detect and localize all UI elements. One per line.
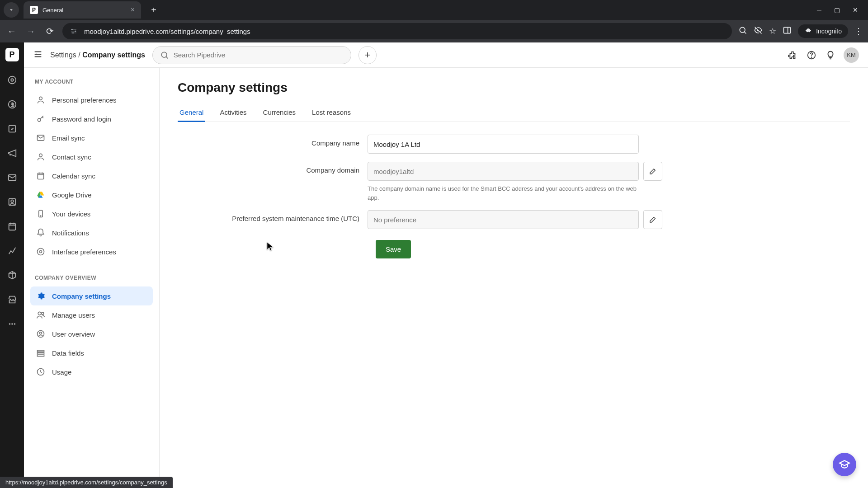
user-circle-icon bbox=[36, 329, 46, 339]
sidebar-section-company-overview: COMPANY OVERVIEW bbox=[35, 275, 148, 281]
sidebar-item-label: Google Drive bbox=[52, 191, 92, 199]
avatar[interactable]: KM bbox=[844, 47, 859, 63]
rail-insights-icon[interactable] bbox=[6, 245, 18, 257]
sidebar-toggle-icon[interactable] bbox=[33, 49, 43, 61]
fields-icon bbox=[36, 348, 46, 358]
sidebar-item-interface-preferences[interactable]: Interface preferences bbox=[30, 242, 153, 261]
rail-mail-icon[interactable] bbox=[6, 172, 18, 183]
content-area: Settings / Company settings Search Piped… bbox=[24, 42, 868, 488]
sidebar-item-contact-sync[interactable]: Contact sync bbox=[30, 147, 153, 166]
key-icon bbox=[36, 114, 46, 124]
forward-button[interactable]: → bbox=[24, 26, 37, 37]
sidebar-item-your-devices[interactable]: Your devices bbox=[30, 204, 153, 223]
app-logo[interactable]: P bbox=[5, 48, 19, 61]
address-bar[interactable]: moodjoy1altd.pipedrive.com/settings/comp… bbox=[62, 23, 732, 39]
sidebar-item-label: Email sync bbox=[52, 134, 85, 142]
incognito-badge[interactable]: Incognito bbox=[798, 24, 848, 38]
tab-close-icon[interactable]: × bbox=[131, 6, 135, 14]
usage-icon bbox=[36, 367, 46, 377]
breadcrumb: Settings / Company settings bbox=[50, 51, 145, 59]
rail-more-icon[interactable] bbox=[6, 318, 18, 330]
rail-deals-icon[interactable] bbox=[6, 99, 18, 110]
edit-maintenance-button[interactable] bbox=[643, 210, 662, 229]
pencil-icon bbox=[649, 167, 657, 175]
sidebar-item-manage-users[interactable]: Manage users bbox=[30, 305, 153, 324]
sidebar-item-label: Password and login bbox=[52, 115, 111, 123]
row-maintenance-time: Preferred system maintenance time (UTC) bbox=[178, 210, 850, 229]
minimize-button[interactable]: ─ bbox=[817, 6, 821, 14]
sidebar-item-label: Interface preferences bbox=[52, 248, 116, 256]
maximize-button[interactable]: ▢ bbox=[834, 6, 840, 14]
browser-tab-strip: P General × + ─ ▢ ✕ bbox=[0, 0, 868, 20]
rail-contacts-icon[interactable] bbox=[6, 196, 18, 208]
reload-button[interactable]: ⟳ bbox=[43, 26, 56, 37]
tab-lost-reasons[interactable]: Lost reasons bbox=[310, 104, 353, 122]
zoom-icon[interactable] bbox=[738, 26, 747, 37]
svg-point-16 bbox=[11, 323, 13, 325]
sidebar-item-password-login[interactable]: Password and login bbox=[30, 109, 153, 128]
sidebar-item-google-drive[interactable]: Google Drive bbox=[30, 185, 153, 204]
add-button[interactable]: + bbox=[359, 46, 377, 64]
settings-sidebar: MY ACCOUNT Personal preferences Password… bbox=[24, 68, 160, 488]
svg-point-3 bbox=[740, 27, 745, 33]
svg-point-21 bbox=[811, 57, 812, 57]
sidebar-item-label: Manage users bbox=[52, 311, 95, 319]
svg-rect-26 bbox=[38, 173, 43, 179]
site-settings-icon[interactable] bbox=[69, 26, 79, 36]
sidebar-item-label: Data fields bbox=[52, 349, 84, 357]
sidebar-item-user-overview[interactable]: User overview bbox=[30, 324, 153, 343]
maintenance-input bbox=[368, 210, 639, 229]
sidebar-item-personal-preferences[interactable]: Personal preferences bbox=[30, 90, 153, 109]
edit-domain-button[interactable] bbox=[643, 162, 662, 181]
company-name-input[interactable] bbox=[368, 135, 639, 154]
svg-point-30 bbox=[40, 251, 42, 253]
eye-off-icon[interactable] bbox=[754, 26, 763, 37]
svg-point-8 bbox=[11, 79, 14, 81]
sidebar-item-usage[interactable]: Usage bbox=[30, 362, 153, 381]
search-input[interactable]: Search Pipedrive bbox=[152, 46, 351, 64]
rail-calendar-icon[interactable] bbox=[6, 221, 18, 232]
save-button[interactable]: Save bbox=[376, 240, 411, 258]
tab-activities[interactable]: Activities bbox=[218, 104, 248, 122]
browser-menu-icon[interactable]: ⋮ bbox=[854, 26, 863, 36]
status-bar: https://moodjoy1altd.pipedrive.com/setti… bbox=[0, 477, 173, 488]
svg-point-15 bbox=[9, 323, 10, 325]
avatar-initials: KM bbox=[847, 52, 856, 58]
rail-marketplace-icon[interactable] bbox=[6, 294, 18, 305]
svg-rect-5 bbox=[784, 27, 791, 33]
rail-products-icon[interactable] bbox=[6, 269, 18, 281]
extensions-icon[interactable] bbox=[787, 49, 798, 61]
tab-currencies[interactable]: Currencies bbox=[261, 104, 298, 122]
bookmark-star-icon[interactable]: ☆ bbox=[769, 26, 776, 36]
svg-line-4 bbox=[745, 32, 746, 33]
sidebar-item-notifications[interactable]: Notifications bbox=[30, 223, 153, 242]
breadcrumb-root[interactable]: Settings bbox=[50, 51, 76, 59]
left-rail: P bbox=[0, 42, 24, 488]
contact-icon bbox=[36, 152, 46, 162]
incognito-label: Incognito bbox=[816, 28, 842, 35]
sidebar-item-calendar-sync[interactable]: Calendar sync bbox=[30, 166, 153, 185]
window-controls: ─ ▢ ✕ bbox=[817, 6, 864, 14]
rail-campaigns-icon[interactable] bbox=[6, 147, 18, 159]
close-window-button[interactable]: ✕ bbox=[853, 6, 858, 14]
back-button[interactable]: ← bbox=[5, 26, 18, 37]
side-panel-icon[interactable] bbox=[783, 26, 792, 37]
sidebar-item-email-sync[interactable]: Email sync bbox=[30, 128, 153, 147]
maintenance-label: Preferred system maintenance time (UTC) bbox=[178, 210, 368, 222]
rail-projects-icon[interactable] bbox=[6, 123, 18, 135]
users-icon bbox=[36, 310, 46, 320]
company-domain-input bbox=[368, 162, 639, 181]
help-bubble-button[interactable] bbox=[833, 453, 856, 476]
tab-search-button[interactable] bbox=[4, 2, 19, 18]
help-icon[interactable] bbox=[806, 49, 817, 61]
sidebar-item-company-settings[interactable]: Company settings bbox=[30, 286, 153, 305]
browser-tab[interactable]: P General × bbox=[24, 1, 141, 19]
lightbulb-icon[interactable] bbox=[825, 49, 836, 61]
sidebar-item-data-fields[interactable]: Data fields bbox=[30, 343, 153, 362]
rail-leads-icon[interactable] bbox=[6, 74, 18, 86]
sidebar-item-label: Personal preferences bbox=[52, 96, 117, 104]
tab-general[interactable]: General bbox=[178, 104, 205, 122]
new-tab-button[interactable]: + bbox=[147, 5, 160, 15]
tabs: General Activities Currencies Lost reaso… bbox=[178, 104, 850, 122]
svg-point-13 bbox=[11, 200, 14, 202]
